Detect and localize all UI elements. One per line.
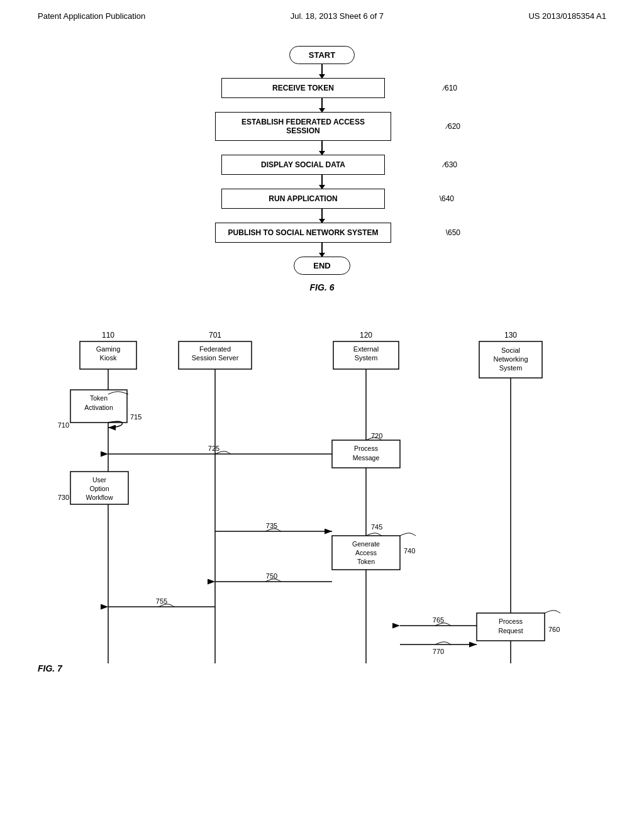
token-activation-text1: Token xyxy=(90,394,108,402)
fc-rect-650: PUBLISH TO SOCIAL NETWORK SYSTEM xyxy=(215,223,391,243)
gen-access-text3: Token xyxy=(357,558,375,565)
page-header: Patent Application Publication Jul. 18, … xyxy=(0,0,644,27)
fc-arrow-4 xyxy=(321,209,323,223)
ll-text-130c: System xyxy=(499,364,523,372)
ll-text-120a: External xyxy=(353,345,379,353)
fc-rect-640: RUN APPLICATION xyxy=(221,189,385,209)
ll-label-120: 120 xyxy=(360,331,372,340)
fc-arrow-3 xyxy=(321,175,323,189)
user-option-text2: Option xyxy=(90,485,109,492)
ll-text-701a: Federated xyxy=(199,345,231,353)
header-right: US 2013/0185354 A1 xyxy=(528,11,606,21)
ll-text-110a: Gaming xyxy=(96,345,121,353)
process-message-text2: Message xyxy=(353,454,380,462)
process-message-text1: Process xyxy=(354,445,378,452)
fc-arrow-2 xyxy=(321,141,323,155)
label-755: 755 xyxy=(156,597,167,605)
user-option-text3: Workflow xyxy=(86,494,113,501)
user-option-text1: User xyxy=(92,476,107,484)
ll-text-130a: Social xyxy=(501,346,520,354)
label-745: 745 xyxy=(371,523,382,531)
process-request-text1: Process xyxy=(499,617,523,625)
label-750: 750 xyxy=(266,572,277,580)
fc-label-610: ∕610 xyxy=(443,84,457,92)
curve-740 xyxy=(400,533,416,536)
fc-label-640: \640 xyxy=(440,194,454,203)
fig6-container: START RECEIVE TOKEN ∕610 ESTABLISH FEDER… xyxy=(0,27,644,305)
header-left: Patent Application Publication xyxy=(38,11,145,21)
fc-arrow-1 xyxy=(321,98,323,112)
token-activation-text2: Activation xyxy=(84,404,113,411)
curve-760 xyxy=(545,611,560,613)
label-730: 730 xyxy=(58,494,69,501)
fc-node-650: PUBLISH TO SOCIAL NETWORK SYSTEM \650 xyxy=(215,223,429,243)
label-720: 720 xyxy=(371,432,382,440)
fc-oval-end: END xyxy=(294,257,350,275)
label-725: 725 xyxy=(208,445,219,452)
ll-text-701b: Session Server xyxy=(192,354,239,362)
label-710: 710 xyxy=(58,421,69,429)
fc-label-620: ∕620 xyxy=(447,122,460,131)
fc-arrow-5 xyxy=(321,243,323,257)
label-735: 735 xyxy=(266,522,277,529)
fig7-container: 110 701 120 130 Gaming Kiosk Federated S… xyxy=(0,311,644,692)
fc-label-650: \650 xyxy=(446,228,460,237)
fc-rect-610: RECEIVE TOKEN xyxy=(221,78,385,98)
fc-node-640: RUN APPLICATION \640 xyxy=(221,189,423,209)
header-center: Jul. 18, 2013 Sheet 6 of 7 xyxy=(291,11,384,21)
fc-node-start: START xyxy=(234,46,410,64)
label-760: 760 xyxy=(548,626,560,633)
ll-label-130: 130 xyxy=(504,331,517,340)
fc-label-630: ∕630 xyxy=(443,160,457,169)
ll-label-110: 110 xyxy=(102,331,114,340)
fc-node-610: RECEIVE TOKEN ∕610 xyxy=(221,78,423,98)
label-740: 740 xyxy=(404,547,415,555)
gen-access-text1: Generate xyxy=(352,540,380,548)
process-request-text2: Request xyxy=(498,627,523,634)
label-765: 765 xyxy=(433,616,444,624)
fc-rect-620: ESTABLISH FEDERATED ACCESS SESSION xyxy=(215,112,391,141)
ll-text-130b: Networking xyxy=(493,355,528,363)
label-715: 715 xyxy=(130,413,142,421)
fig6-caption: FIG. 6 xyxy=(310,282,335,292)
fig7-svg: 110 701 120 130 Gaming Kiosk Federated S… xyxy=(33,324,611,676)
ll-text-120b: System xyxy=(355,354,378,362)
label-770: 770 xyxy=(433,648,444,655)
fc-node-end: END xyxy=(234,257,410,275)
fc-oval-start: START xyxy=(289,46,355,64)
fc-node-630: DISPLAY SOCIAL DATA ∕630 xyxy=(221,155,423,175)
ll-label-701: 701 xyxy=(209,331,221,340)
fig7-caption: FIG. 7 xyxy=(38,663,619,673)
fc-arrow-0 xyxy=(321,64,323,78)
fc-node-620: ESTABLISH FEDERATED ACCESS SESSION ∕620 xyxy=(215,112,429,141)
flowchart-fig6: START RECEIVE TOKEN ∕610 ESTABLISH FEDER… xyxy=(196,46,448,275)
ll-text-110b: Kiosk xyxy=(100,354,117,362)
gen-access-text2: Access xyxy=(355,549,377,556)
fc-rect-630: DISPLAY SOCIAL DATA xyxy=(221,155,385,175)
